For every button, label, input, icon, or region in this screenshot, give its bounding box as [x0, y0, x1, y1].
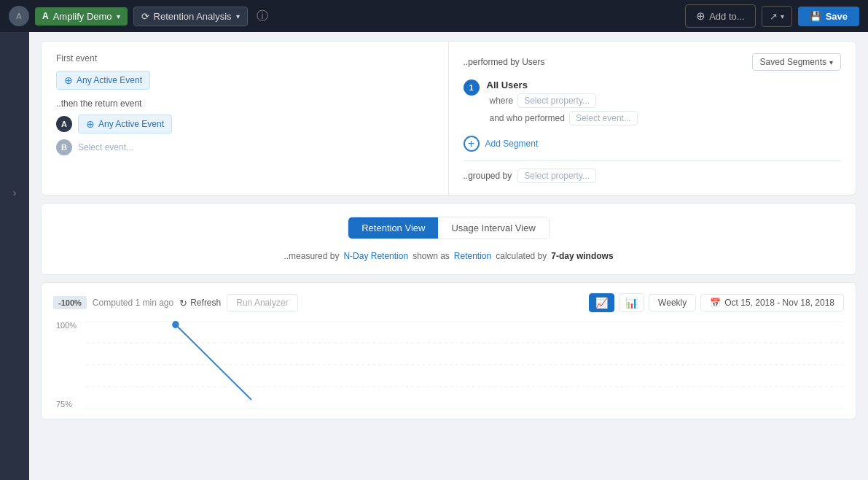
y-label-75: 75%	[56, 400, 77, 409]
app-chevron-icon: ▾	[117, 12, 120, 20]
app-name-label: Amplify Demo	[53, 11, 112, 22]
bar-chart-icon: 📊	[625, 297, 638, 309]
run-analyzer-button[interactable]: Run Analyzer	[227, 294, 297, 311]
segment-1-num: 1	[464, 80, 480, 96]
grouped-by-label: ..grouped by	[464, 171, 512, 181]
view-card: Retention View Usage Interval View ..mea…	[41, 203, 856, 275]
chart-card: -100% Computed 1 min ago ↻ Refresh Run A…	[41, 282, 856, 419]
weekly-button[interactable]: Weekly	[649, 294, 696, 311]
where-row: where Select property...	[490, 93, 842, 108]
segment-1-row: 1 All Users where Select property... and…	[464, 80, 842, 128]
view-tab-group: Retention View Usage Interval View	[348, 217, 550, 239]
chart-toolbar: -100% Computed 1 min ago ↻ Refresh Run A…	[53, 293, 844, 312]
share-icon: ↗	[770, 11, 778, 22]
save-icon: 💾	[810, 11, 821, 22]
bar-chart-button[interactable]: 📊	[619, 293, 644, 312]
date-range-label: Oct 15, 2018 - Nov 18, 2018	[724, 298, 834, 308]
add-segment-row[interactable]: + Add Segment	[464, 136, 842, 152]
measured-value[interactable]: N-Day Retention	[343, 251, 408, 261]
event-a-row: A ⊕ Any Active Event	[56, 115, 434, 133]
event-select[interactable]: Select event...	[569, 111, 638, 125]
add-segment-label: Add Segment	[485, 139, 539, 149]
percent-badge: -100%	[53, 296, 87, 309]
analysis-name-label: Retention Analysis	[154, 11, 232, 22]
measured-by-label: ..measured by	[284, 251, 339, 261]
event-a-icon: ⊕	[86, 118, 95, 130]
performed-header: ..performed by Users Saved Segments ▾	[464, 53, 842, 71]
saved-segments-button[interactable]: Saved Segments ▾	[752, 53, 841, 71]
property-select[interactable]: Select property...	[517, 93, 596, 108]
chart-svg-container	[86, 321, 844, 409]
chart-y-labels: 100% 75%	[53, 321, 79, 409]
analysis-chevron-icon: ▾	[236, 12, 240, 20]
event-a-label: Any Active Event	[98, 119, 164, 129]
performed-title: ..performed by Users	[464, 57, 545, 67]
tab-retention-view[interactable]: Retention View	[348, 217, 438, 239]
share-button[interactable]: ↗ ▾	[762, 6, 792, 27]
measure-row: ..measured by N-Day Retention shown as R…	[53, 251, 844, 261]
content-area: First event ⊕ Any Active Event ..then th…	[29, 32, 868, 480]
event-b-badge: B	[56, 139, 72, 155]
app-icon: A	[42, 11, 49, 21]
any-active-event-pill[interactable]: ⊕ Any Active Event	[56, 71, 150, 90]
save-button[interactable]: 💾 Save	[798, 7, 859, 26]
segment-1-content: All Users where Select property... and w…	[487, 80, 842, 128]
segment-1-name: All Users	[487, 80, 842, 90]
where-label: where	[490, 96, 514, 106]
info-icon[interactable]: ⓘ	[257, 9, 268, 24]
weekly-label: Weekly	[658, 298, 687, 308]
shown-as-value[interactable]: Retention	[454, 251, 491, 261]
chart-svg	[86, 321, 844, 409]
saved-segments-label: Saved Segments	[760, 57, 826, 67]
filter-card: First event ⊕ Any Active Event ..then th…	[41, 41, 856, 196]
save-label: Save	[826, 11, 848, 22]
calculated-value[interactable]: 7-day windows	[551, 251, 613, 261]
line-chart-button[interactable]: 📈	[589, 293, 614, 312]
event-a-pill[interactable]: ⊕ Any Active Event	[78, 115, 172, 133]
analysis-selector-button[interactable]: ⟳ Retention Analysis ▾	[133, 7, 248, 26]
add-to-button[interactable]: ⊕ Add to...	[685, 4, 755, 28]
grouped-by-row: ..grouped by Select property...	[464, 160, 842, 183]
date-range-button[interactable]: 📅 Oct 15, 2018 - Nov 18, 2018	[700, 294, 844, 311]
chart-area: 100% 75%	[53, 321, 844, 409]
return-event-label: ..then the return event	[56, 98, 434, 109]
y-label-100: 100%	[56, 321, 77, 330]
calendar-icon: 📅	[710, 298, 721, 308]
active-event-icon: ⊕	[64, 74, 73, 86]
topnav: A A Amplify Demo ▾ ⟳ Retention Analysis …	[0, 0, 868, 32]
calculated-by-label: calculated by	[496, 251, 547, 261]
segments-chevron-icon: ▾	[829, 58, 833, 66]
filter-left-panel: First event ⊕ Any Active Event ..then th…	[42, 42, 449, 195]
add-icon: ⊕	[696, 9, 705, 23]
chart-dot	[172, 321, 179, 328]
app-selector-button[interactable]: A Amplify Demo ▾	[35, 7, 128, 26]
and-who-label: and who performed	[490, 113, 565, 123]
first-event-label: First event	[56, 53, 434, 63]
sidebar-collapse-chevron[interactable]: ›	[13, 187, 17, 198]
add-segment-icon: +	[464, 136, 480, 152]
main-layout: › First event ⊕ Any Active Event ..then …	[0, 32, 868, 480]
app-logo: A	[9, 6, 29, 26]
line-chart-icon: 📈	[595, 297, 608, 309]
add-label: Add to...	[709, 11, 744, 22]
any-active-event-label: Any Active Event	[77, 75, 142, 85]
refresh-button[interactable]: ↻ Refresh	[179, 298, 221, 309]
refresh-icon: ↻	[179, 298, 187, 309]
event-b-placeholder[interactable]: Select event...	[78, 142, 133, 152]
computed-text: Computed 1 min ago	[93, 298, 173, 308]
and-who-row: and who performed Select event...	[490, 111, 842, 125]
filter-right-panel: ..performed by Users Saved Segments ▾ 1 …	[449, 42, 856, 195]
event-b-row: B Select event...	[56, 139, 434, 155]
refresh-label: Refresh	[190, 298, 221, 308]
analysis-icon: ⟳	[141, 11, 149, 22]
event-a-badge: A	[56, 116, 72, 132]
grouped-select[interactable]: Select property...	[517, 169, 596, 183]
share-chevron-icon: ▾	[781, 12, 784, 20]
chart-right-tools: 📈 📊 Weekly 📅 Oct 15, 2018 - Nov 18, 2018	[589, 293, 844, 312]
sidebar: ›	[0, 32, 29, 480]
tab-usage-interval-view[interactable]: Usage Interval View	[438, 217, 548, 239]
shown-as-label: shown as	[413, 251, 450, 261]
